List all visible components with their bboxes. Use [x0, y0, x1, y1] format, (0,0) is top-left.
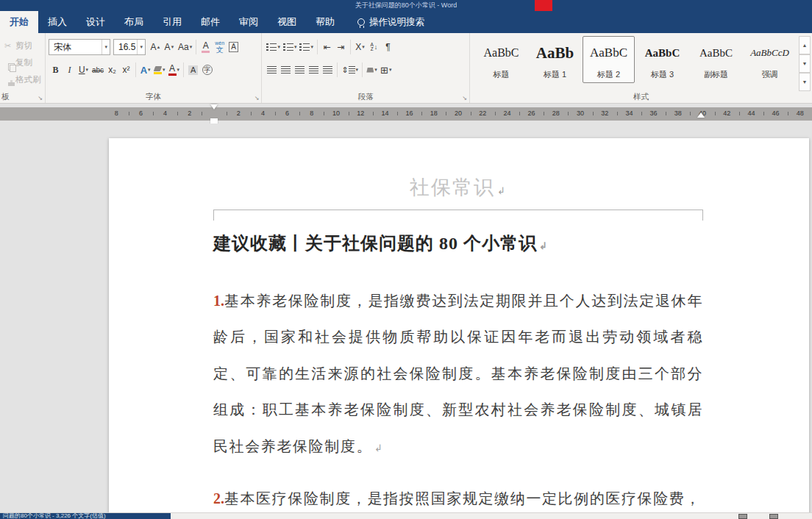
- style-preview: AaBbC: [590, 37, 627, 69]
- bullets-button[interactable]: ▾: [265, 39, 282, 55]
- dialog-launcher-icon[interactable]: ↘: [254, 95, 260, 101]
- grow-font-button[interactable]: A▲: [149, 39, 163, 55]
- ruler-number: 26: [528, 110, 535, 117]
- ruler-tick: [593, 112, 594, 115]
- right-indent-marker[interactable]: [697, 112, 705, 118]
- view-mode-button[interactable]: [738, 514, 747, 519]
- enclose-characters-button[interactable]: 字: [200, 62, 214, 78]
- style-preview: AaBbC: [645, 37, 680, 69]
- chevron-down-icon: ▾: [137, 40, 145, 54]
- text-effects-button[interactable]: A▾: [138, 62, 152, 78]
- align-center-icon: [281, 66, 291, 74]
- borders-icon: ⊞: [380, 65, 388, 76]
- format-painter-button[interactable]: 格式刷: [3, 71, 42, 88]
- character-border-button[interactable]: A: [227, 39, 241, 55]
- change-case-button[interactable]: Aa▾: [177, 39, 193, 55]
- numbering-button[interactable]: ▾: [282, 39, 299, 55]
- style-gallery: AaBbC 标题 AaBb 标题 1 AaBbC 标题 2 AaBbC 标题 3…: [474, 36, 797, 91]
- shrink-font-button[interactable]: A▼: [163, 39, 177, 55]
- style-item-subtitle[interactable]: AaBbC 副标题: [690, 36, 742, 83]
- tab-设计[interactable]: 设计: [76, 11, 115, 33]
- tab-帮助[interactable]: 帮助: [306, 11, 344, 33]
- justify-button[interactable]: [307, 62, 321, 78]
- ruler-tick: [373, 112, 374, 115]
- style-item-heading2[interactable]: AaBbC 标题 2: [583, 36, 635, 83]
- tab-邮件[interactable]: 邮件: [191, 11, 229, 33]
- decrease-indent-button[interactable]: ⇤: [320, 39, 334, 55]
- asian-layout-button[interactable]: X▾: [353, 39, 367, 55]
- multilevel-list-button[interactable]: ▾: [298, 39, 315, 55]
- ruler-number: 34: [625, 110, 633, 117]
- cut-label: 剪切: [15, 40, 32, 51]
- style-item-heading3[interactable]: AaBbC 标题 3: [636, 36, 688, 83]
- underline-icon: U: [79, 65, 85, 75]
- gallery-down-button[interactable]: ▼: [799, 54, 811, 73]
- align-right-button[interactable]: [293, 62, 307, 78]
- sort-button[interactable]: AZ ↓: [367, 39, 381, 55]
- tab-视图[interactable]: 视图: [268, 11, 306, 33]
- tab-布局[interactable]: 布局: [115, 11, 153, 33]
- distribute-button[interactable]: [321, 62, 335, 78]
- cut-button[interactable]: ✂ 剪切: [3, 37, 42, 54]
- ruler-number: 14: [381, 110, 388, 117]
- increase-indent-button[interactable]: ⇥: [334, 39, 348, 55]
- font-name-combo[interactable]: 宋体 ▾: [49, 39, 110, 55]
- page-content: 社保常识↲ 建议收藏丨关于社保问题的 80 个小常识↲ 1.基本养老保险制度，是…: [213, 176, 703, 512]
- character-shading-button[interactable]: A: [186, 62, 200, 78]
- divider: [183, 62, 184, 77]
- underline-button[interactable]: U▾: [76, 62, 90, 78]
- subscript-button[interactable]: x₂: [105, 62, 119, 78]
- ruler-tick: [666, 112, 666, 115]
- clear-formatting-icon: A: [203, 41, 209, 50]
- line-spacing-button[interactable]: ⇕ ▾: [340, 62, 360, 78]
- style-item-heading1[interactable]: AaBb 标题 1: [529, 36, 581, 83]
- strikethrough-button[interactable]: abc: [90, 62, 105, 78]
- ruler-tick: [324, 112, 324, 115]
- ruler-number: 2: [237, 110, 241, 117]
- first-line-indent-marker[interactable]: [210, 104, 218, 110]
- document-canvas[interactable]: 社保常识↲ 建议收藏丨关于社保问题的 80 个小常识↲ 1.基本养老保险制度，是…: [0, 124, 812, 512]
- ruler-number: 16: [406, 110, 413, 117]
- superscript-button[interactable]: x²: [119, 62, 133, 78]
- tab-审阅[interactable]: 审阅: [229, 11, 268, 33]
- bold-button[interactable]: B: [49, 62, 63, 78]
- align-right-icon: [295, 66, 304, 74]
- ruler-number: 30: [577, 110, 584, 117]
- view-mode-button[interactable]: [769, 514, 778, 519]
- align-left-button[interactable]: [265, 62, 279, 78]
- ruler-tick: [129, 112, 129, 115]
- ribbon: ✂ 剪切 复制 格式刷 板 ↘ 宋体 ▾: [0, 33, 812, 104]
- page[interactable]: 社保常识↲ 建议收藏丨关于社保问题的 80 个小常识↲ 1.基本养老保险制度，是…: [109, 138, 809, 512]
- align-center-button[interactable]: [279, 62, 293, 78]
- show-marks-button[interactable]: ¶: [381, 39, 395, 55]
- gallery-up-button[interactable]: ▲: [799, 36, 811, 54]
- clear-formatting-button[interactable]: A: [199, 39, 213, 55]
- font-color-button[interactable]: A▾: [167, 62, 182, 78]
- font-color-icon: A: [169, 64, 175, 73]
- style-item-emphasis[interactable]: AaBbCcD 强调: [744, 36, 796, 83]
- left-indent-marker[interactable]: [210, 118, 218, 124]
- copy-button[interactable]: 复制: [3, 54, 42, 71]
- dialog-launcher-icon[interactable]: ↘: [462, 95, 467, 101]
- tell-me-search[interactable]: 操作说明搜索: [357, 11, 424, 33]
- dialog-launcher-icon[interactable]: ↘: [38, 95, 43, 101]
- character-shading-icon: A: [188, 65, 198, 75]
- tab-插入[interactable]: 插入: [38, 11, 76, 33]
- ruler-number: 44: [747, 110, 755, 117]
- ruler-tick: [349, 112, 349, 115]
- tab-开始[interactable]: 开始: [0, 11, 38, 33]
- styles-group-label: 样式: [470, 92, 812, 102]
- borders-button[interactable]: ⊞▾: [379, 62, 393, 78]
- tab-引用[interactable]: 引用: [153, 11, 191, 33]
- phonetic-guide-button[interactable]: wén 文: [213, 39, 227, 55]
- style-item-title[interactable]: AaBbC 标题: [475, 36, 527, 83]
- italic-button[interactable]: I: [63, 62, 76, 78]
- style-label: 标题 1: [544, 69, 566, 80]
- highlight-color-button[interactable]: ▾: [152, 62, 167, 78]
- titlebar-red-button[interactable]: [535, 0, 552, 11]
- font-size-combo[interactable]: 16.5 ▾: [113, 39, 146, 55]
- ruler-number: 12: [357, 110, 364, 117]
- shading-button[interactable]: ▾: [365, 62, 379, 78]
- ruler-tick: [739, 112, 740, 115]
- gallery-more-button[interactable]: ▼: [799, 73, 811, 91]
